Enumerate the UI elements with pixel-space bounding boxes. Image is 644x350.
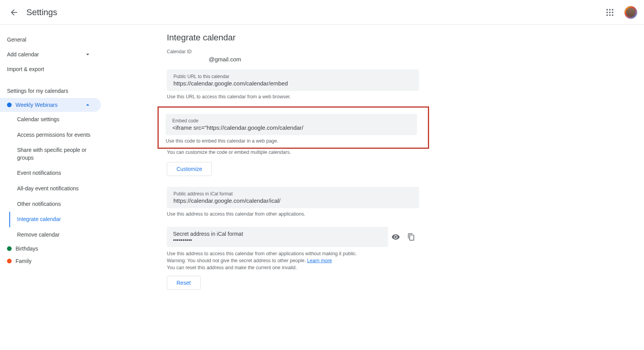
chevron-down-icon <box>84 50 92 58</box>
calendar-name: Birthdays <box>16 246 38 252</box>
public-url-label: Public URL to this calendar <box>173 74 412 79</box>
main-content: Integrate calendar Calendar ID @gmail.co… <box>101 25 528 305</box>
ical-secret-label: Secret address in iCal format <box>173 231 382 237</box>
sub-item-remove-calendar[interactable]: Remove calendar <box>9 227 101 243</box>
app-header: Settings <box>0 0 644 25</box>
sidebar-item-label: Import & export <box>7 66 44 72</box>
ical-secret-box[interactable]: Secret address in iCal format •••••••••• <box>167 227 388 247</box>
warning-text: Warning: You should not give the secret … <box>167 258 307 263</box>
sidebar-calendar-weekly-webinars[interactable]: Weekly Webinars <box>0 98 101 112</box>
ical-secret-value: •••••••••• <box>173 237 382 243</box>
ical-public-value: https://calendar.google.com/calendar/ica… <box>173 197 412 204</box>
eye-icon <box>391 233 400 241</box>
back-button[interactable] <box>6 5 22 20</box>
sub-item-access-permissions[interactable]: Access permissions for events <box>9 127 101 143</box>
embed-help: Use this code to embed this calendar in … <box>166 138 421 144</box>
sidebar-item-add-calendar[interactable]: Add calendar <box>0 47 101 62</box>
apps-grid-icon <box>606 9 613 16</box>
sidebar-sub-items: Calendar settings Access permissions for… <box>0 112 101 242</box>
reveal-secret-button[interactable] <box>388 229 403 245</box>
sidebar-section-header: Settings for my calendars <box>0 84 101 98</box>
calendar-name: Family <box>16 258 31 264</box>
section-title: Integrate calendar <box>167 33 497 43</box>
avatar[interactable] <box>624 5 638 19</box>
calendar-color-dot <box>7 259 12 263</box>
secret-warning: Warning: You should not give the secret … <box>167 258 497 263</box>
public-url-box[interactable]: Public URL to this calendar https://cale… <box>167 70 419 91</box>
page-title: Settings <box>26 7 57 17</box>
reset-help: You can reset this address and make the … <box>167 265 497 270</box>
calendar-id-value: @gmail.com <box>167 56 497 63</box>
embed-code-label: Embed code <box>172 118 410 124</box>
sub-item-allday-notifications[interactable]: All-day event notifications <box>9 181 101 197</box>
layout: General Add calendar Import & export Set… <box>0 25 644 305</box>
embed-highlight: Embed code <iframe src="https://calendar… <box>158 106 429 149</box>
chevron-up-icon <box>84 101 92 109</box>
embed-code-value: <iframe src="https://calendar.google.com… <box>172 124 410 131</box>
sidebar: General Add calendar Import & export Set… <box>0 25 101 305</box>
sidebar-calendar-family[interactable]: Family <box>0 255 101 267</box>
public-url-value: https://calendar.google.com/calendar/emb… <box>173 80 412 87</box>
sidebar-calendar-birthdays[interactable]: Birthdays <box>0 242 101 255</box>
sidebar-item-label: General <box>7 37 26 43</box>
ical-public-label: Public address in iCal format <box>173 191 412 197</box>
customize-button[interactable]: Customize <box>167 162 212 176</box>
sub-item-integrate-calendar[interactable]: Integrate calendar <box>9 212 101 227</box>
learn-more-link[interactable]: Learn more <box>307 258 332 263</box>
reset-button[interactable]: Reset <box>167 276 201 290</box>
calendar-color-dot <box>7 103 12 107</box>
sidebar-item-label: Add calendar <box>7 51 39 57</box>
calendar-name: Weekly Webinars <box>16 102 57 108</box>
sub-item-share[interactable]: Share with specific people or groups <box>9 143 101 165</box>
sub-item-calendar-settings[interactable]: Calendar settings <box>9 112 101 127</box>
secret-help: Use this address to access this calendar… <box>167 251 497 256</box>
google-apps-icon[interactable] <box>602 5 618 20</box>
embed-code-box[interactable]: Embed code <iframe src="https://calendar… <box>166 114 417 135</box>
secret-row: Secret address in iCal format •••••••••• <box>167 227 419 247</box>
public-url-help: Use this URL to access this calendar fro… <box>167 94 497 99</box>
embed-help2: You can customize the code or embed mult… <box>167 150 497 155</box>
sidebar-item-import-export[interactable]: Import & export <box>0 62 101 76</box>
sub-item-event-notifications[interactable]: Event notifications <box>9 165 101 181</box>
sub-item-other-notifications[interactable]: Other notifications <box>9 197 101 212</box>
calendar-id-label: Calendar ID <box>167 49 497 54</box>
copy-icon <box>407 233 415 241</box>
ical-public-help: Use this address to access this calendar… <box>167 211 497 217</box>
sidebar-item-general[interactable]: General <box>0 33 101 47</box>
arrow-left-icon <box>9 8 19 17</box>
copy-secret-button[interactable] <box>403 229 419 245</box>
ical-public-box[interactable]: Public address in iCal format https://ca… <box>167 187 419 208</box>
calendar-color-dot <box>7 246 12 251</box>
